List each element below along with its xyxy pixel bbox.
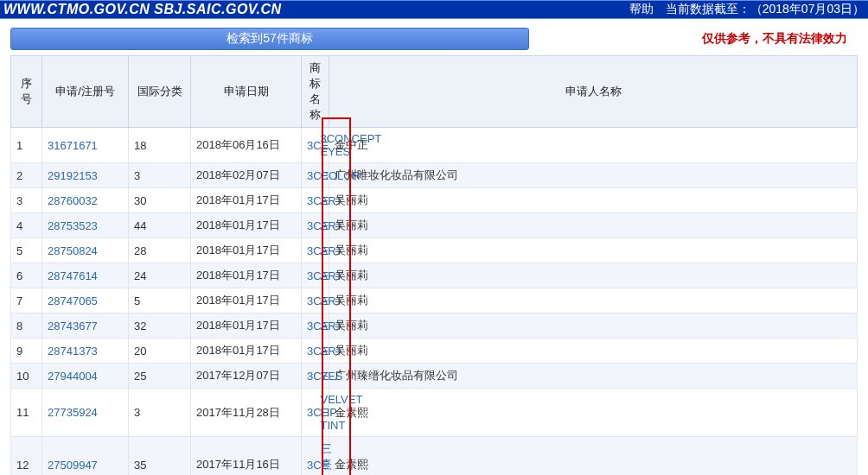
mark-prefix-link[interactable]: 3CE — [302, 163, 316, 188]
cell-class: 24 — [129, 263, 191, 288]
cell-seq: 7 — [11, 288, 42, 314]
cell-class: 44 — [129, 213, 191, 238]
table-header-row: 序号 申请/注册号 国际分类 申请日期 商标名称 申请人名称 — [11, 56, 858, 128]
cell-date: 2018年06月16日 — [191, 128, 302, 163]
col-mark-name: 商标名称 — [302, 56, 329, 128]
cell-date: 2017年11月28日 — [191, 389, 302, 437]
cell-seq: 2 — [11, 163, 42, 188]
cell-seq: 6 — [11, 263, 42, 288]
site-url-label: WWW.CTMO.GOV.CN SBJ.SAIC.GOV.CN — [3, 2, 629, 17]
cell-date: 2018年01月17日 — [191, 339, 302, 364]
col-applicant: 申请人名称 — [329, 56, 858, 128]
search-result-button[interactable]: 检索到57件商标 — [10, 28, 529, 50]
app-no-link[interactable]: 28743677 — [42, 314, 129, 339]
mark-prefix-link[interactable]: 3CE — [302, 128, 316, 163]
data-until: 当前数据截至：（2018年07月03日） — [666, 2, 865, 17]
app-no-link[interactable]: 29192153 — [42, 163, 129, 188]
mark-prefix-link[interactable]: 3CE — [302, 288, 316, 314]
table-row: 112773592432017年11月28日3CEVELVET LIP TINT… — [11, 389, 858, 437]
table-row: 72874706552018年01月17日3CEART吴丽莉 — [11, 288, 858, 314]
cell-seq: 11 — [11, 389, 42, 437]
cell-class: 20 — [129, 339, 191, 364]
col-intl-class: 国际分类 — [129, 56, 191, 128]
table-row: 22919215332018年02月07日3CECOLOR广州唯妆化妆品有限公司 — [11, 163, 858, 188]
cell-applicant: 吴丽莉 — [329, 188, 858, 213]
col-app-no: 申请/注册号 — [42, 56, 129, 128]
col-seq: 序号 — [11, 56, 42, 128]
cell-seq: 12 — [11, 437, 42, 476]
cell-class: 25 — [129, 364, 191, 389]
mark-prefix-link[interactable]: 3CE — [302, 213, 316, 238]
cell-class: 30 — [129, 188, 191, 213]
mark-prefix-link[interactable]: 3CE — [302, 263, 316, 288]
cell-applicant: 吴丽莉 — [329, 314, 858, 339]
cell-date: 2018年01月17日 — [191, 314, 302, 339]
table-row: 1227509947352017年11月16日3CE三熹玉金素熙 — [11, 437, 858, 476]
app-no-link[interactable]: 28741373 — [42, 339, 129, 364]
cell-applicant: 吴丽莉 — [329, 238, 858, 263]
cell-seq: 3 — [11, 188, 42, 213]
app-no-link[interactable]: 27735924 — [42, 389, 129, 437]
table-row: 828743677322018年01月17日3CEART吴丽莉 — [11, 314, 858, 339]
cell-class: 28 — [129, 238, 191, 263]
cell-date: 2017年11月16日 — [191, 437, 302, 476]
cell-applicant: 吴丽莉 — [329, 213, 858, 238]
cell-applicant: 广州唯妆化妆品有限公司 — [329, 163, 858, 188]
app-no-link[interactable]: 28760032 — [42, 188, 129, 213]
cell-seq: 9 — [11, 339, 42, 364]
cell-class: 5 — [129, 288, 191, 314]
mark-prefix-link[interactable]: 3CE — [302, 314, 316, 339]
cell-date: 2018年01月17日 — [191, 288, 302, 314]
mark-prefix-link[interactable]: 3CE — [302, 364, 316, 389]
app-no-link[interactable]: 28753523 — [42, 213, 129, 238]
top-header: WWW.CTMO.GOV.CN SBJ.SAIC.GOV.CN 帮助 当前数据截… — [0, 0, 868, 19]
app-no-link[interactable]: 28750824 — [42, 238, 129, 263]
cell-seq: 10 — [11, 364, 42, 389]
disclaimer-text: 仅供参考，不具有法律效力 — [529, 31, 858, 47]
app-no-link[interactable]: 27509947 — [42, 437, 129, 476]
cell-date: 2018年02月07日 — [191, 163, 302, 188]
cell-date: 2018年01月17日 — [191, 213, 302, 238]
table-row: 1027944004252017年12月07日3CEYES广州臻缙化妆品有限公司 — [11, 364, 858, 389]
cell-class: 18 — [129, 128, 191, 163]
toolbar: 检索到57件商标 仅供参考，不具有法律效力 — [0, 19, 868, 55]
cell-class: 35 — [129, 437, 191, 476]
app-no-link[interactable]: 28747614 — [42, 263, 129, 288]
cell-date: 2018年01月17日 — [191, 238, 302, 263]
cell-seq: 8 — [11, 314, 42, 339]
cell-applicant: 吴丽莉 — [329, 263, 858, 288]
cell-applicant: 金中正 — [329, 128, 858, 163]
cell-seq: 1 — [11, 128, 42, 163]
data-until-label: 当前数据截至： — [666, 2, 750, 16]
table-row: 528750824282018年01月17日3CEART吴丽莉 — [11, 238, 858, 263]
cell-class: 3 — [129, 389, 191, 437]
cell-date: 2017年12月07日 — [191, 364, 302, 389]
cell-seq: 4 — [11, 213, 42, 238]
mark-prefix-link[interactable]: 3CE — [302, 389, 316, 437]
table-row: 628747614242018年01月17日3CEART吴丽莉 — [11, 263, 858, 288]
table-row: 328760032302018年01月17日3CEART吴丽莉 — [11, 188, 858, 213]
cell-applicant: 吴丽莉 — [329, 288, 858, 314]
cell-class: 32 — [129, 314, 191, 339]
cell-date: 2018年01月17日 — [191, 188, 302, 213]
cell-applicant: 金素熙 — [329, 437, 858, 476]
mark-prefix-link[interactable]: 3CE — [302, 339, 316, 364]
mark-prefix-link[interactable]: 3CE — [302, 238, 316, 263]
app-no-link[interactable]: 28747065 — [42, 288, 129, 314]
mark-prefix-link[interactable]: 3CE — [302, 437, 316, 476]
cell-seq: 5 — [11, 238, 42, 263]
cell-applicant: 吴丽莉 — [329, 339, 858, 364]
app-no-link[interactable]: 27944004 — [42, 364, 129, 389]
mark-prefix-link[interactable]: 3CE — [302, 188, 316, 213]
help-link[interactable]: 帮助 — [629, 2, 654, 17]
results-table: 序号 申请/注册号 国际分类 申请日期 商标名称 申请人名称 131671671… — [10, 55, 858, 475]
cell-applicant: 广州臻缙化妆品有限公司 — [329, 364, 858, 389]
table-row: 928741373202018年01月17日3CEART吴丽莉 — [11, 339, 858, 364]
cell-class: 3 — [129, 163, 191, 188]
data-until-value: （2018年07月03日） — [750, 2, 865, 16]
results-table-container: 序号 申请/注册号 国际分类 申请日期 商标名称 申请人名称 131671671… — [0, 55, 868, 475]
table-row: 428753523442018年01月17日3CEART吴丽莉 — [11, 213, 858, 238]
cell-date: 2018年01月17日 — [191, 263, 302, 288]
table-row: 131671671182018年06月16日3CE3CONCEPT EYES金中… — [11, 128, 858, 163]
app-no-link[interactable]: 31671671 — [42, 128, 129, 163]
